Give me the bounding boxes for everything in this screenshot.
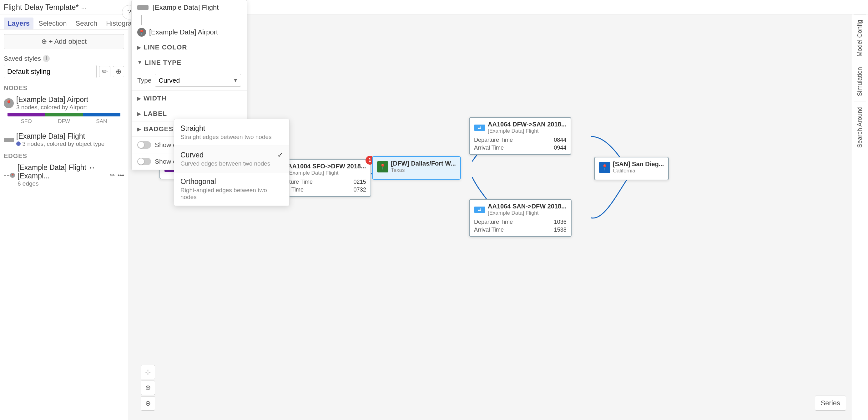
color-bar-dfw [45,113,83,116]
fp-select-wrapper: Curved Straight Orthogonal ▼ [155,74,241,87]
nodes-section-header: NODES [0,82,128,93]
dfw-node-subtitle: Texas [391,167,456,173]
flight2-arr-value: 0944 [554,145,566,151]
color-bar-sfo [7,113,45,116]
add-object-label: + Add object [49,37,87,46]
dropdown-item-curved[interactable]: Curved ✓ Curved edges between two nodes [174,146,289,172]
style-select[interactable]: Default styling [4,65,97,78]
fp-node2: 📍 [Example Data] Airport [132,25,247,40]
orthogonal-label: Orthogonal [180,177,216,186]
right-sidebar: Model Config Simulation Search Around [851,15,868,420]
style-edit-button[interactable]: ✏ [99,66,111,77]
node-item-flight[interactable]: [Example Data] Flight 3 nodes, colored b… [0,130,128,150]
flight1-subtitle: [Example Data] Flight [288,170,366,176]
edge-more-icon[interactable]: ••• [118,172,124,179]
fp-line-type-header[interactable]: ▼ LINE TYPE [132,55,247,70]
info-icon[interactable]: i [43,55,50,62]
dfw-node-title: [DFW] Dallas/Fort W... [391,160,456,167]
fp-line-type-arrow: ▼ [137,60,142,65]
fp-line-color-header[interactable]: ▶ LINE COLOR [132,40,247,55]
show-reversed-toggle[interactable] [137,158,151,165]
edge-icon: 📍 [4,173,15,178]
edge-edit-icon[interactable]: ✏ [110,171,115,179]
bar-label-dfw: DFW [45,118,83,124]
canvas-node-dfw[interactable]: 📍 [DFW] Dallas/Fort W... Texas [372,156,461,180]
fp-type-select[interactable]: Curved Straight Orthogonal [155,74,241,87]
canvas-node-san[interactable]: 📍 [SAN] San Dieg... California [594,157,669,180]
show-direction-toggle[interactable] [137,141,151,149]
fp-flight-icon [137,5,149,10]
flight3-dep-value: 1036 [554,219,566,225]
dropdown-item-orthogonal[interactable]: Orthogonal Right-angled edges between tw… [174,172,289,206]
fp-badges-arrow: ▶ [137,126,141,132]
straight-subtitle: Straight edges between two nodes [180,134,283,141]
edge-item-title: [Example Data] Flight ↔ [Exampl... [18,163,107,180]
tab-search[interactable]: Search [72,18,101,29]
style-add-button[interactable]: ⊕ [113,66,124,77]
flight2-title: AA1064 DFW->SAN 2018... [488,121,566,128]
node-item-airport[interactable]: 📍 [Example Data] Airport 3 nodes, colore… [0,93,128,130]
flight3-icon: ⇄ [474,206,485,213]
fp-pin-icon: 📍 [137,28,146,37]
flight3-arr-value: 1538 [554,227,566,233]
fp-line-color-label: LINE COLOR [144,44,187,51]
airport-node-title: [Example Data] Airport [16,95,88,104]
page-title: Flight Delay Template* [4,3,79,11]
saved-styles-row: Saved styles i [0,54,128,65]
curved-label: Curved [180,151,204,159]
fp-node2-title: [Example Data] Airport [149,28,218,36]
flight-line-icon [4,138,14,142]
style-select-row: Default styling ✏ ⊕ [0,65,128,82]
tab-selection[interactable]: Selection [35,18,71,29]
line-type-dropdown: Straight Straight edges between two node… [174,119,289,206]
fp-line-type-content: Type Curved Straight Orthogonal ▼ [132,70,247,91]
fp-label-arrow: ▶ [137,111,141,117]
fp-line-type-label: LINE TYPE [145,59,182,66]
right-tab-search-around[interactable]: Search Around [854,101,866,153]
add-icon: ⊕ [41,37,47,46]
edge-item-subtitle: 6 edges [18,180,107,187]
zoom-in-button[interactable]: ⊕ [141,381,155,395]
orthogonal-subtitle: Right-angled edges between two nodes [180,187,283,201]
fp-line-color-arrow: ▶ [137,45,141,50]
fp-width-header[interactable]: ▶ WIDTH [132,91,247,106]
fp-connector [141,15,142,25]
zoom-out-button[interactable]: ⊖ [141,396,155,411]
flight1-title: AA1004 SFO->DFW 2018... [288,163,366,170]
right-tab-model-config[interactable]: Model Config [854,15,866,62]
canvas-node-flight2[interactable]: ⇄ AA1064 DFW->SAN 2018... [Example Data]… [469,117,571,155]
san-node-subtitle: California [613,168,664,174]
bar-label-san: SAN [83,118,120,124]
fp-width-label: WIDTH [144,94,167,102]
dfw-pin-icon: 📍 [377,161,389,172]
flight-node-title: [Example Data] Flight [16,132,104,141]
dropdown-item-straight[interactable]: Straight Straight edges between two node… [174,119,289,146]
fp-badges-label: BADGES [144,125,174,133]
edge-item-flight-airport[interactable]: 📍 [Example Data] Flight ↔ [Exampl... 6 e… [0,161,128,190]
fp-node1: [Example Data] Flight [132,0,247,15]
series-button[interactable]: Series [815,396,846,411]
add-object-button[interactable]: ⊕ + Add object [4,34,124,49]
flight3-subtitle: [Example Data] Flight [488,210,566,216]
flight-node-subtitle: 3 nodes, colored by object type [16,141,104,147]
curved-subtitle: Curved edges between two nodes [180,160,283,167]
right-tab-simulation[interactable]: Simulation [854,62,866,101]
fp-type-label: Type [137,77,152,84]
flight2-dep-label: Departure Time [474,137,513,143]
color-bar-san [83,113,120,116]
more-dots[interactable]: ... [81,3,87,11]
edges-section-header: EDGES [0,150,128,161]
flight2-dep-value: 0844 [554,137,566,143]
fp-width-arrow: ▶ [137,95,141,102]
airport-node-subtitle: 3 nodes, colored by Airport [16,104,88,111]
tab-layers[interactable]: Layers [4,18,33,29]
san-node-title: [SAN] San Dieg... [613,161,664,168]
canvas-controls: ⊹ ⊕ ⊖ [141,365,155,411]
canvas-node-flight3[interactable]: ⇄ AA1064 SAN->DFW 2018... [Example Data]… [469,199,571,237]
flight1-dep-value: 0215 [354,179,366,185]
edge-pin-icon: 📍 [10,173,15,178]
airport-pin-icon: 📍 [4,98,14,108]
straight-label: Straight [180,124,205,133]
fit-button[interactable]: ⊹ [141,365,155,379]
flight2-icon: ⇄ [474,124,485,131]
